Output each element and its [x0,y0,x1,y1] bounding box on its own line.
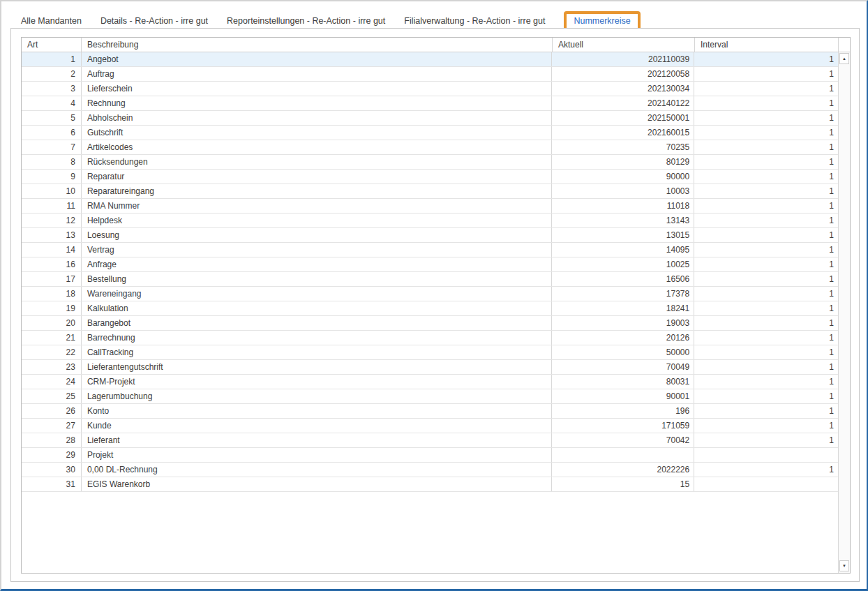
table-row[interactable]: 2Auftrag2021200581 [22,67,838,82]
cell-interval[interactable]: 1 [694,199,838,213]
cell-aktuell[interactable]: 70235 [552,140,694,154]
cell-interval[interactable] [694,477,838,491]
cell-aktuell[interactable] [552,448,694,462]
cell-art[interactable]: 19 [22,301,82,315]
table-row[interactable]: 3Lieferschein2021300341 [22,82,838,96]
cell-interval[interactable]: 1 [694,67,838,81]
table-row[interactable]: 17Bestellung165061 [22,272,838,287]
cell-interval[interactable]: 1 [694,52,838,66]
cell-beschreibung[interactable]: RMA Nummer [82,199,552,213]
cell-art[interactable]: 2 [22,67,82,81]
cell-art[interactable]: 12 [22,214,82,227]
table-row[interactable]: 24CRM-Projekt800311 [22,375,838,389]
table-row[interactable]: 6Gutschrift2021600151 [22,126,838,140]
cell-beschreibung[interactable]: Rücksendungen [82,155,552,169]
table-row[interactable]: 29Projekt [22,448,838,463]
column-header-beschreibung[interactable]: Beschreibung [82,38,553,52]
cell-interval[interactable]: 1 [694,301,838,315]
table-row[interactable]: 20Barangebot190031 [22,316,838,331]
cell-aktuell[interactable]: 90000 [552,170,694,184]
cell-aktuell[interactable]: 16506 [552,272,694,286]
table-row[interactable]: 19Kalkulation182411 [22,301,838,316]
cell-beschreibung[interactable]: Reparatureingang [82,184,552,198]
cell-art[interactable]: 1 [22,52,82,66]
cell-interval[interactable]: 1 [694,155,838,169]
cell-art[interactable]: 28 [22,433,82,447]
cell-interval[interactable]: 1 [694,463,838,477]
cell-beschreibung[interactable]: Kunde [82,419,552,433]
cell-aktuell[interactable]: 17378 [552,287,694,301]
cell-interval[interactable]: 1 [694,228,838,242]
table-row[interactable]: 8Rücksendungen801291 [22,155,838,170]
cell-art[interactable]: 17 [22,272,82,286]
cell-aktuell[interactable]: 19003 [552,316,694,330]
cell-aktuell[interactable]: 171059 [552,419,694,433]
cell-interval[interactable]: 1 [694,257,838,271]
tab-filialverwaltung[interactable]: Filialverwaltung - Re-Action - irre gut [404,16,545,26]
cell-beschreibung[interactable]: Wareneingang [82,287,552,301]
table-row[interactable]: 7Artikelcodes702351 [22,140,838,155]
scroll-up-icon[interactable]: ▲ [839,53,849,64]
table-row[interactable]: 25Lagerumbuchung900011 [22,389,838,404]
cell-art[interactable]: 13 [22,228,82,242]
cell-aktuell[interactable]: 18241 [552,301,694,315]
cell-interval[interactable]: 1 [694,82,838,96]
cell-beschreibung[interactable]: Vertrag [82,243,552,257]
table-row[interactable]: 300,00 DL-Rechnung20222261 [22,463,838,477]
cell-art[interactable]: 4 [22,96,82,110]
cell-aktuell[interactable]: 13143 [552,214,694,227]
cell-beschreibung[interactable]: Angebot [82,52,552,66]
cell-aktuell[interactable]: 196 [552,404,694,418]
cell-aktuell[interactable]: 20126 [552,331,694,345]
cell-art[interactable]: 3 [22,82,82,96]
cell-aktuell[interactable]: 50000 [552,345,694,359]
cell-beschreibung[interactable]: CallTracking [82,345,552,359]
cell-art[interactable]: 24 [22,375,82,389]
table-row[interactable]: 1Angebot2021100391 [22,52,838,67]
cell-art[interactable]: 27 [22,419,82,433]
tab-alle-mandanten[interactable]: Alle Mandanten [21,16,82,26]
cell-art[interactable]: 29 [22,448,82,462]
cell-beschreibung[interactable]: Reparatur [82,170,552,184]
table-row[interactable]: 27Kunde1710591 [22,419,838,433]
cell-interval[interactable] [694,448,838,462]
cell-aktuell[interactable]: 202110039 [552,52,694,66]
cell-beschreibung[interactable]: Lieferantengutschrift [82,360,552,374]
cell-interval[interactable]: 1 [694,419,838,433]
cell-art[interactable]: 26 [22,404,82,418]
cell-aktuell[interactable]: 10025 [552,257,694,271]
cell-interval[interactable]: 1 [694,287,838,301]
column-header-interval[interactable]: Interval [695,38,839,52]
table-row[interactable]: 18Wareneingang173781 [22,287,838,301]
cell-beschreibung[interactable]: Kalkulation [82,301,552,315]
cell-art[interactable]: 14 [22,243,82,257]
table-row[interactable]: 21Barrechnung201261 [22,331,838,345]
cell-art[interactable]: 25 [22,389,82,403]
cell-interval[interactable]: 1 [694,243,838,257]
cell-beschreibung[interactable]: Anfrage [82,257,552,271]
cell-aktuell[interactable]: 202160015 [552,126,694,140]
cell-beschreibung[interactable]: Lagerumbuchung [82,389,552,403]
cell-art[interactable]: 20 [22,316,82,330]
tab-details[interactable]: Details - Re-Action - irre gut [100,16,208,26]
cell-interval[interactable]: 1 [694,214,838,227]
cell-art[interactable]: 22 [22,345,82,359]
cell-beschreibung[interactable]: Bestellung [82,272,552,286]
cell-aktuell[interactable]: 15 [552,477,694,491]
cell-aktuell[interactable]: 202120058 [552,67,694,81]
cell-beschreibung[interactable]: Projekt [82,448,552,462]
cell-interval[interactable]: 1 [694,316,838,330]
cell-art[interactable]: 11 [22,199,82,213]
cell-beschreibung[interactable]: Abholschein [82,111,552,125]
cell-aktuell[interactable]: 202150001 [552,111,694,125]
table-row[interactable]: 13Loesung130151 [22,228,838,243]
column-header-art[interactable]: Art [22,38,82,52]
cell-beschreibung[interactable]: Barangebot [82,316,552,330]
cell-aktuell[interactable]: 14095 [552,243,694,257]
cell-interval[interactable]: 1 [694,170,838,184]
cell-art[interactable]: 21 [22,331,82,345]
cell-beschreibung[interactable]: Artikelcodes [82,140,552,154]
cell-art[interactable]: 31 [22,477,82,491]
cell-interval[interactable]: 1 [694,140,838,154]
column-header-aktuell[interactable]: Aktuell [553,38,695,52]
